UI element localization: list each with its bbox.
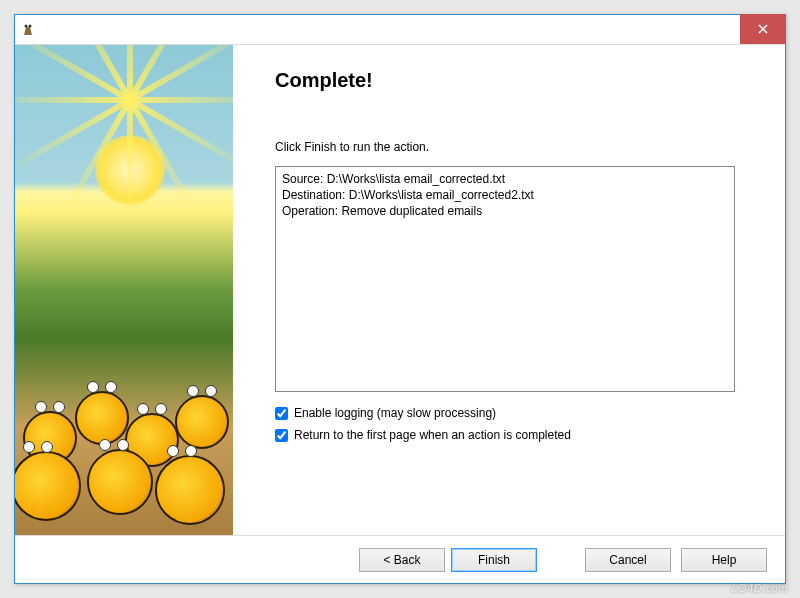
return-first-label: Return to the first page when an action … [294, 428, 571, 442]
at-snail-icon [155, 455, 225, 525]
wizard-body: Complete! Click Finish to run the action… [15, 45, 785, 535]
summary-textbox[interactable]: Source: D:\Works\lista email_corrected.t… [275, 166, 735, 392]
close-button[interactable] [740, 14, 786, 44]
wizard-instruction: Click Finish to run the action. [275, 140, 759, 154]
at-snail-icon [75, 391, 129, 445]
summary-operation-label: Operation: [282, 204, 338, 218]
wizard-heading: Complete! [275, 69, 759, 92]
summary-operation-value: Remove duplicated emails [341, 204, 482, 218]
return-first-row[interactable]: Return to the first page when an action … [275, 428, 759, 442]
options-group: Enable logging (may slow processing) Ret… [275, 406, 759, 442]
summary-source-label: Source: [282, 172, 323, 186]
enable-logging-row[interactable]: Enable logging (may slow processing) [275, 406, 759, 420]
wizard-window: Complete! Click Finish to run the action… [14, 14, 786, 584]
wizard-content: Complete! Click Finish to run the action… [233, 45, 785, 535]
at-snail-icon [175, 395, 229, 449]
enable-logging-label: Enable logging (may slow processing) [294, 406, 496, 420]
summary-source-path: D:\Works\lista email_corrected.txt [327, 172, 506, 186]
finish-button[interactable]: Finish [451, 548, 537, 572]
titlebar [15, 15, 785, 45]
svg-point-1 [29, 24, 32, 27]
svg-point-0 [25, 24, 28, 27]
back-button[interactable]: < Back [359, 548, 445, 572]
summary-destination-path: D:\Works\lista email_corrected2.txt [349, 188, 534, 202]
at-snail-icon [87, 449, 153, 515]
enable-logging-checkbox[interactable] [275, 407, 288, 420]
summary-destination-label: Destination: [282, 188, 345, 202]
cancel-button[interactable]: Cancel [585, 548, 671, 572]
app-icon [21, 22, 37, 38]
wizard-side-image [15, 45, 233, 535]
sun-illustration [95, 135, 165, 205]
at-snail-icon [15, 451, 81, 521]
help-button[interactable]: Help [681, 548, 767, 572]
wizard-footer: < Back Finish Cancel Help [15, 535, 785, 583]
return-first-checkbox[interactable] [275, 429, 288, 442]
